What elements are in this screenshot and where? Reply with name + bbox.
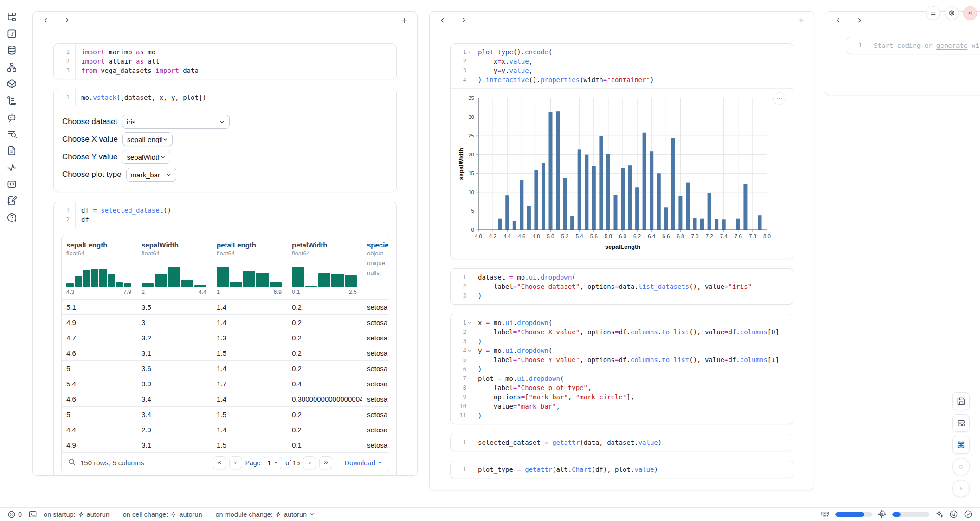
find-icon[interactable] <box>5 127 18 140</box>
column-header[interactable]: sepalLengthfloat644.37.9 <box>62 241 137 299</box>
snippets-icon[interactable] <box>5 177 18 190</box>
on-cell-change-config[interactable]: on cell change: autorun <box>123 511 202 518</box>
empty-code-cell[interactable]: 1Start coding or generate with <box>846 37 980 54</box>
fold-chevron-icon[interactable] <box>467 376 472 381</box>
code-editor[interactable]: 1df = selected_dataset()2df <box>54 202 396 228</box>
command-palette-button[interactable]: ⌘ <box>952 436 970 454</box>
svg-text:7.6: 7.6 <box>735 234 742 239</box>
help-icon[interactable] <box>5 211 18 224</box>
save-button[interactable] <box>952 392 970 410</box>
on-module-change-config[interactable]: on module change: autorun <box>216 511 316 518</box>
column-header[interactable]: petalLengthfloat6416.9 <box>212 241 287 299</box>
code-cell-vstack[interactable]: 1mo.vstack([dataset, x, y, plot]) Choose… <box>53 89 397 192</box>
chevron-down-icon <box>219 119 225 125</box>
code-cell-xy-dropdowns[interactable]: 1x = mo.ui.dropdown(2 label="Choose X va… <box>450 314 793 424</box>
code-cell-plot-encode[interactable]: 1plot_type().encode(2 x=x.value,3 y=y.va… <box>450 43 793 259</box>
dropdown-label: Choose X value <box>62 135 118 144</box>
add-column-button[interactable] <box>400 16 409 25</box>
code-cell-dataset-dropdown[interactable]: 1dataset = mo.ui.dropdown(2 label="Choos… <box>450 268 793 305</box>
ai-assistant-button[interactable] <box>949 510 958 519</box>
ai-sparkles-button[interactable] <box>935 510 944 519</box>
code-editor[interactable]: 1import marimo as mo2import altair as al… <box>54 44 396 79</box>
table-cell: 4.7 <box>62 334 137 342</box>
table-cell: 4.6 <box>62 395 137 403</box>
table-cell: setosa <box>362 380 389 388</box>
scroll-left-button[interactable] <box>834 16 842 25</box>
datasources-icon[interactable] <box>5 44 18 57</box>
svg-text:6.0: 6.0 <box>619 234 626 239</box>
search-icon[interactable] <box>68 458 76 468</box>
code-editor[interactable]: 1dataset = mo.ui.dropdown(2 label="Choos… <box>451 269 793 304</box>
file-explorer-icon[interactable] <box>5 10 18 23</box>
packages-icon[interactable] <box>5 77 18 90</box>
error-count-indicator[interactable]: 0 <box>7 510 22 519</box>
table-row[interactable]: 4.93.11.50.1setosa <box>62 437 389 452</box>
code-editor[interactable]: 1x = mo.ui.dropdown(2 label="Choose X va… <box>451 314 793 424</box>
code-cell-imports[interactable]: 1import marimo as mo2import altair as al… <box>53 43 397 79</box>
altair-bar-chart[interactable]: 4.04.24.44.64.85.05.25.45.65.86.06.26.46… <box>457 94 793 254</box>
functions-icon[interactable]: f <box>5 27 18 40</box>
terminal-button[interactable] <box>28 510 37 519</box>
add-column-button[interactable] <box>796 16 806 25</box>
table-row[interactable]: 4.42.91.40.2setosa <box>62 422 389 437</box>
table-row[interactable]: 5.13.51.40.2setosa <box>62 299 389 314</box>
documentation-icon[interactable] <box>5 144 18 157</box>
code-editor[interactable]: 1plot_type = getattr(alt.Chart(df), plot… <box>451 461 793 478</box>
code-cell-dataframe[interactable]: 1df = selected_dataset()2df sepalLengthf… <box>53 202 397 476</box>
scroll-left-button[interactable] <box>438 16 446 25</box>
download-button[interactable]: Download <box>344 459 383 467</box>
settings-gear-button[interactable] <box>945 6 959 20</box>
code-editor[interactable]: 1selected_dataset = getattr(data, datase… <box>451 434 793 451</box>
dropdown-select[interactable]: sepalWidth <box>122 150 170 164</box>
first-page-button[interactable] <box>213 456 226 469</box>
notebook-menu-button[interactable] <box>926 6 940 20</box>
code-editor[interactable]: 1mo.vstack([dataset, x, y, plot]) <box>54 89 396 106</box>
fold-chevron-icon[interactable] <box>467 348 472 353</box>
prev-page-button[interactable] <box>229 456 242 469</box>
table-row[interactable]: 53.61.40.2setosa <box>62 360 389 376</box>
chart-actions-button[interactable] <box>773 92 786 105</box>
command-icon: ⌘ <box>957 440 966 450</box>
table-row[interactable]: 5.43.91.70.4setosa <box>62 376 389 391</box>
column-header[interactable]: sepalWidthfloat6424.4 <box>137 241 212 299</box>
code-editor[interactable]: 1plot_type().encode(2 x=x.value,3 y=y.va… <box>451 44 793 88</box>
column-header[interactable]: petalWidthfloat640.12.5 <box>287 241 362 299</box>
code-cell-plot-type[interactable]: 1plot_type = getattr(alt.Chart(df), plot… <box>450 461 793 478</box>
scroll-right-button[interactable] <box>855 16 864 25</box>
code-line: 10 value="mark_bar", <box>451 402 793 411</box>
layout-toggle-button[interactable] <box>952 414 970 432</box>
last-page-button[interactable] <box>319 456 332 469</box>
stop-button[interactable] <box>952 458 970 475</box>
svg-text:4.4: 4.4 <box>503 234 511 239</box>
ai-chat-icon[interactable] <box>5 111 18 124</box>
on-startup-config[interactable]: on startup: autorun <box>44 511 110 518</box>
logs-icon[interactable] <box>5 94 18 107</box>
table-row[interactable]: 4.931.40.2setosa <box>62 314 389 330</box>
dependency-graph-icon[interactable] <box>5 60 18 73</box>
code-editor[interactable]: 1Start coding or generate with <box>846 37 980 54</box>
table-row[interactable]: 4.63.41.40.30000000000000004setosa <box>62 391 389 406</box>
scroll-right-button[interactable] <box>459 16 468 25</box>
shutdown-close-button[interactable] <box>963 6 977 20</box>
fold-chevron-icon[interactable] <box>467 320 472 326</box>
dropdown-select[interactable]: mark_bar <box>126 168 176 182</box>
fold-chevron-icon[interactable] <box>467 50 472 55</box>
dropdown-select[interactable]: sepalLength <box>122 132 173 146</box>
run-button[interactable] <box>952 480 970 497</box>
tracing-icon[interactable] <box>5 161 18 174</box>
column-header[interactable]: speciesobjectunique:nulls: <box>362 241 389 299</box>
next-page-button[interactable] <box>303 456 316 469</box>
scroll-right-button[interactable] <box>63 16 71 25</box>
table-row[interactable]: 4.63.11.50.2setosa <box>62 345 389 360</box>
page-select[interactable]: 1 <box>264 457 282 469</box>
dropdown-select[interactable]: iris <box>122 115 230 129</box>
table-row[interactable]: 53.41.50.2setosa <box>62 406 389 422</box>
code-cell-selected-dataset[interactable]: 1selected_dataset = getattr(data, datase… <box>450 434 793 451</box>
connection-status-button[interactable] <box>964 510 973 519</box>
cpu-icon <box>878 509 887 520</box>
table-row[interactable]: 4.73.21.30.2setosa <box>62 330 389 345</box>
code-line: 9 options=["mark_bar", "mark_circle"], <box>451 392 793 402</box>
scratchpad-icon[interactable] <box>5 194 18 207</box>
scroll-left-button[interactable] <box>41 16 50 25</box>
fold-chevron-icon[interactable] <box>467 275 472 280</box>
